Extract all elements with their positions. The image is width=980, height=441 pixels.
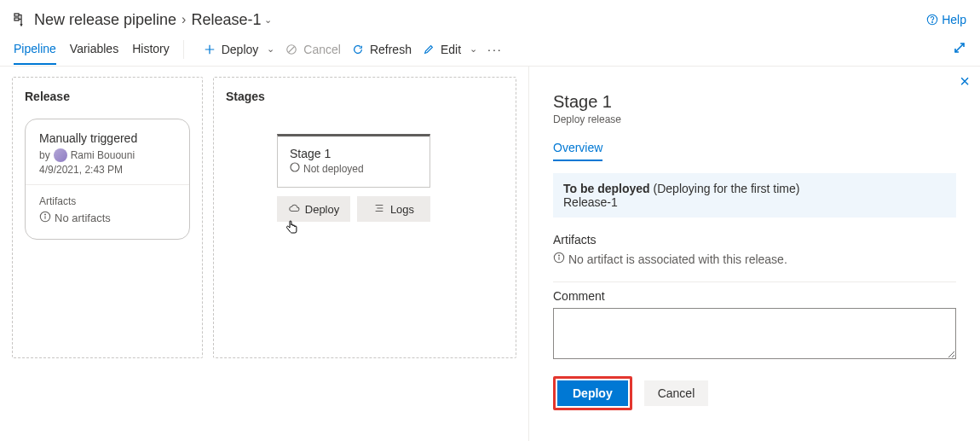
- help-link[interactable]: Help: [926, 13, 966, 26]
- refresh-command[interactable]: Refresh: [346, 39, 417, 60]
- pipeline-icon: [14, 13, 27, 26]
- release-column: Release Manually triggered by Rami Bouou…: [12, 77, 203, 358]
- refresh-command-label: Refresh: [370, 43, 412, 56]
- svg-rect-1: [14, 18, 19, 20]
- artifacts-value: No artifacts: [55, 212, 111, 224]
- edit-command-label: Edit: [441, 43, 461, 56]
- pipeline-canvas: Release Manually triggered by Rami Bouou…: [0, 67, 528, 441]
- expand-icon[interactable]: [953, 41, 966, 57]
- panel-title: Stage 1: [553, 92, 956, 112]
- info-icon: [39, 211, 51, 225]
- svg-point-9: [559, 255, 560, 256]
- release-user: Rami Bououni: [71, 149, 135, 161]
- info-detail: (Deploying for the first time): [654, 182, 800, 195]
- logs-icon: [373, 202, 385, 217]
- plus-icon: [203, 43, 216, 56]
- close-icon[interactable]: ×: [960, 72, 970, 91]
- stage-status-text: Not deployed: [303, 163, 364, 175]
- prohibit-icon: [285, 43, 298, 56]
- cloud-icon: [288, 202, 300, 217]
- release-trigger: Manually triggered: [39, 131, 176, 145]
- breadcrumb-separator: ›: [182, 12, 186, 27]
- stages-column-title: Stages: [226, 90, 504, 103]
- view-tabs: Pipeline Variables History: [14, 33, 170, 65]
- highlight-box: Deploy: [553, 376, 632, 410]
- tab-history[interactable]: History: [132, 33, 170, 65]
- cancel-command: Cancel: [280, 39, 346, 60]
- stage-logs-label: Logs: [390, 203, 414, 216]
- svg-point-3: [932, 22, 933, 23]
- panel-tab-overview[interactable]: Overview: [553, 141, 602, 161]
- chevron-down-icon[interactable]: ⌄: [264, 15, 272, 26]
- panel-info-box: To be deployed (Deploying for the first …: [553, 173, 956, 218]
- deploy-button[interactable]: Deploy: [557, 380, 628, 406]
- pencil-icon: [422, 43, 435, 56]
- panel-subtitle: Deploy release: [553, 113, 956, 125]
- deploy-command[interactable]: Deploy ⌄: [198, 39, 280, 60]
- chevron-down-icon: ⌄: [470, 44, 477, 55]
- info-title: To be deployed: [563, 182, 650, 195]
- circle-outline-icon: [290, 162, 300, 175]
- artifacts-label: Artifacts: [39, 195, 176, 207]
- deploy-panel: × Stage 1 Deploy release Overview To be …: [528, 67, 980, 441]
- stage-card[interactable]: Stage 1 Not deployed: [277, 134, 430, 188]
- deploy-command-label: Deploy: [222, 43, 259, 56]
- cursor-icon: [285, 220, 299, 238]
- divider: [553, 281, 956, 282]
- breadcrumb-parent[interactable]: New release pipeline: [34, 11, 176, 29]
- release-card[interactable]: Manually triggered by Rami Bououni 4/9/2…: [25, 119, 190, 240]
- divider: [183, 40, 184, 59]
- chevron-down-icon: ⌄: [267, 44, 274, 55]
- edit-command[interactable]: Edit ⌄: [417, 39, 482, 60]
- tab-variables[interactable]: Variables: [70, 33, 118, 65]
- breadcrumb-current[interactable]: Release-1: [191, 11, 261, 29]
- command-bar: Pipeline Variables History Deploy ⌄ Canc…: [0, 32, 980, 67]
- stage-logs-button[interactable]: Logs: [357, 196, 430, 222]
- cancel-command-label: Cancel: [303, 43, 341, 56]
- cancel-button[interactable]: Cancel: [644, 380, 709, 406]
- stage-name: Stage 1: [290, 147, 418, 160]
- svg-point-7: [291, 163, 299, 171]
- stage-deploy-label: Deploy: [305, 203, 339, 216]
- avatar: [54, 148, 67, 162]
- refresh-icon: [351, 43, 365, 56]
- stage-deploy-button[interactable]: Deploy: [277, 196, 350, 222]
- more-command[interactable]: ···: [482, 39, 508, 60]
- svg-point-6: [45, 214, 46, 215]
- info-icon: [553, 252, 565, 266]
- svg-rect-0: [14, 14, 19, 16]
- top-bar: New release pipeline › Release-1 ⌄ Help: [0, 0, 980, 32]
- release-timestamp: 4/9/2021, 2:43 PM: [39, 164, 176, 176]
- by-label: by: [39, 149, 50, 161]
- release-column-title: Release: [25, 90, 190, 103]
- panel-artifacts-msg: No artifact is associated with this rele…: [568, 252, 787, 266]
- help-label: Help: [942, 13, 966, 26]
- info-release: Release-1: [563, 195, 946, 209]
- comment-label: Comment: [553, 289, 956, 303]
- stages-column: Stages Stage 1 Not deployed Deploy: [213, 77, 516, 358]
- tab-pipeline[interactable]: Pipeline: [14, 33, 56, 65]
- comment-input[interactable]: [553, 308, 956, 359]
- panel-artifacts-heading: Artifacts: [553, 233, 956, 247]
